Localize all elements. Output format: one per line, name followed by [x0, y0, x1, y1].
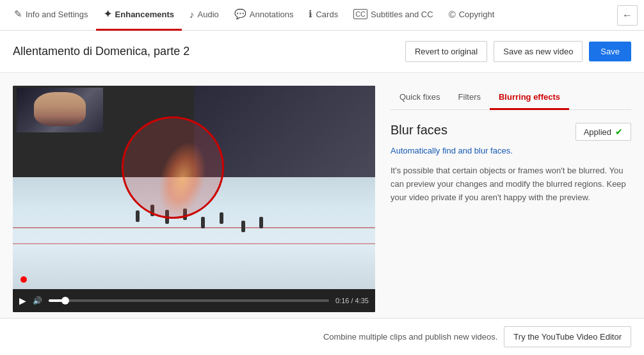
- music-icon: ♪: [189, 9, 195, 20]
- save-new-video-button[interactable]: Save as new video: [494, 41, 583, 62]
- nav-item-cards[interactable]: ℹ Cards: [301, 0, 346, 31]
- tab-bar: Quick fixes Filters Blurring effects: [390, 86, 631, 110]
- recording-indicator: [20, 276, 27, 283]
- nav-label-annotations: Annotations: [250, 10, 294, 19]
- cc-icon: CC: [353, 9, 367, 19]
- applied-label: Applied: [584, 127, 611, 137]
- check-icon: ✔: [615, 127, 623, 137]
- tab-quick-fixes-label: Quick fixes: [399, 92, 440, 102]
- page-title: Allentamento di Domenica, parte 2: [13, 45, 189, 58]
- nav-item-subtitles[interactable]: CC Subtitles and CC: [346, 0, 440, 31]
- video-editor-link-button[interactable]: Try the YouTube Video Editor: [504, 326, 631, 347]
- arrow-left-icon: ←: [622, 10, 632, 21]
- skater-4: [183, 209, 187, 220]
- skater-7: [241, 221, 245, 232]
- nav-label-copyright: Copyright: [459, 10, 495, 19]
- top-navigation: ✎ Info and Settings ✦ Enhancements ♪ Aud…: [0, 0, 644, 31]
- nav-label-enhancements: Enhancements: [115, 10, 174, 19]
- nav-item-copyright[interactable]: © Copyright: [441, 0, 503, 31]
- page-footer: Combine multiple clips and publish new v…: [0, 318, 644, 355]
- blur-header: Blur faces Applied ✔: [390, 123, 631, 141]
- progress-handle[interactable]: [61, 297, 69, 304]
- video-controls: ▶ 🔊 0:16 / 4:35: [13, 289, 375, 312]
- applied-badge-button[interactable]: Applied ✔: [576, 123, 631, 141]
- skater-5: [201, 217, 205, 228]
- tab-filters[interactable]: Filters: [449, 86, 490, 110]
- tab-blurring-effects[interactable]: Blurring effects: [490, 86, 569, 110]
- nav-item-info-settings[interactable]: ✎ Info and Settings: [6, 0, 96, 31]
- nav-label-info: Info and Settings: [26, 10, 88, 19]
- page-header: Allentamento di Domenica, parte 2 Revert…: [0, 31, 644, 73]
- header-actions: Revert to original Save as new video Sav…: [405, 41, 631, 62]
- wand-icon: ✦: [104, 8, 112, 20]
- time-total: 4:35: [355, 297, 369, 304]
- save-button[interactable]: Save: [589, 42, 631, 61]
- ice-line-2: [13, 243, 375, 244]
- footer-text: Combine multiple clips and publish new v…: [323, 332, 497, 342]
- blur-subtitle: Automatically find and blur faces.: [390, 146, 631, 155]
- wall-left: [13, 86, 194, 184]
- back-button[interactable]: ←: [617, 5, 638, 26]
- time-current: 0:16: [335, 297, 349, 304]
- chat-icon: 💬: [234, 8, 246, 20]
- main-content: ▶ 🔊 0:16 / 4:35 Quick fixes Filt: [0, 73, 644, 325]
- ice-line-1: [13, 227, 375, 228]
- nav-label-cards: Cards: [316, 10, 338, 19]
- tab-quick-fixes[interactable]: Quick fixes: [390, 86, 449, 110]
- banner-right: [194, 86, 375, 184]
- ice-surface: [13, 177, 375, 289]
- blur-title: Blur faces: [390, 123, 447, 138]
- pencil-icon: ✎: [14, 8, 22, 20]
- nav-item-enhancements[interactable]: ✦ Enhancements: [96, 0, 182, 31]
- revert-button[interactable]: Revert to original: [405, 41, 487, 62]
- info-icon: ℹ: [309, 8, 312, 20]
- wall-right: [194, 86, 375, 184]
- nav-item-audio[interactable]: ♪ Audio: [182, 0, 227, 31]
- nav-label-audio: Audio: [198, 10, 219, 19]
- skater-8: [259, 217, 263, 228]
- nav-label-subtitles: Subtitles and CC: [371, 10, 433, 19]
- banner-face-left: [17, 88, 104, 132]
- progress-bar[interactable]: [49, 299, 329, 302]
- video-section: ▶ 🔊 0:16 / 4:35: [13, 86, 375, 312]
- play-button[interactable]: ▶: [19, 296, 26, 306]
- skater-6: [220, 212, 223, 224]
- tab-blurring-effects-label: Blurring effects: [499, 92, 560, 102]
- video-container: ▶ 🔊 0:16 / 4:35: [13, 86, 375, 312]
- volume-button[interactable]: 🔊: [33, 296, 42, 305]
- nav-item-annotations[interactable]: 💬 Annotations: [227, 0, 302, 31]
- copyright-icon: ©: [449, 9, 456, 20]
- video-frame[interactable]: [13, 86, 375, 289]
- tab-filters-label: Filters: [458, 92, 481, 102]
- skater-3: [165, 210, 169, 224]
- skater-1: [136, 210, 140, 222]
- time-display: 0:16 / 4:35: [335, 297, 369, 304]
- blur-faces-section: Blur faces Applied ✔ Automatically find …: [390, 123, 631, 204]
- right-panel: Quick fixes Filters Blurring effects Blu…: [375, 86, 631, 312]
- blur-description: It's possible that certain objects or fr…: [390, 164, 631, 204]
- skater-2: [150, 205, 154, 216]
